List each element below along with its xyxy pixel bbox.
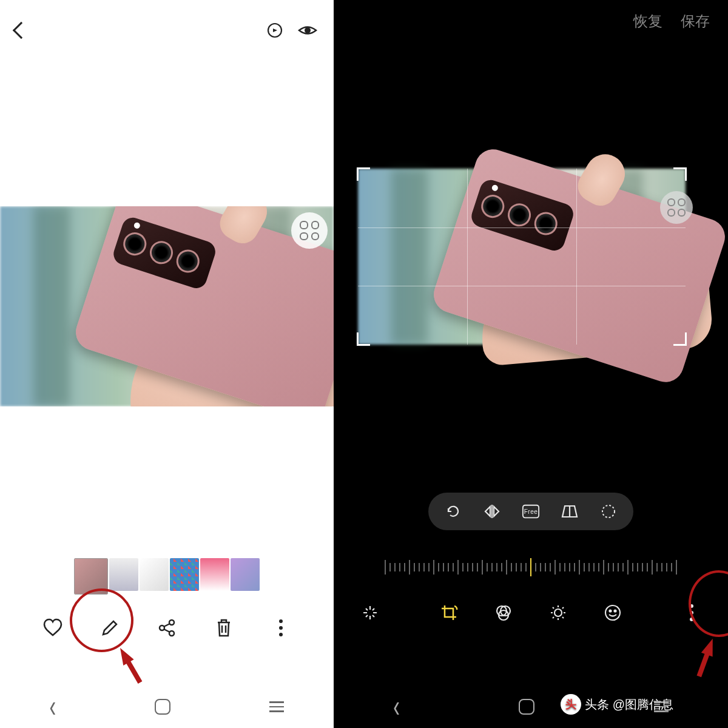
thumbnail-strip[interactable] bbox=[0, 558, 334, 595]
watermark-prefix: 头条 bbox=[585, 696, 609, 713]
nav-back-icon[interactable]: ‹ bbox=[50, 689, 56, 724]
thumbnail[interactable] bbox=[200, 558, 229, 591]
watermark-logo: 头 bbox=[561, 694, 581, 715]
eye-icon[interactable] bbox=[297, 19, 318, 41]
thumbnail[interactable] bbox=[140, 558, 169, 591]
svg-point-18 bbox=[615, 610, 616, 612]
photo-display[interactable] bbox=[0, 206, 334, 406]
thumbnail[interactable] bbox=[170, 558, 199, 591]
crop-grid-line bbox=[358, 286, 686, 286]
crop-handle[interactable] bbox=[357, 332, 370, 346]
nav-recent-icon[interactable] bbox=[269, 701, 284, 712]
nav-home-icon[interactable] bbox=[155, 699, 170, 715]
grid-apps-icon[interactable] bbox=[660, 191, 693, 224]
crop-handle[interactable] bbox=[673, 332, 687, 346]
gallery-action-bar bbox=[0, 601, 334, 655]
crop-grid-line bbox=[467, 169, 468, 345]
svg-point-5 bbox=[279, 619, 283, 623]
svg-point-11 bbox=[602, 505, 615, 517]
aspect-ratio-label: Free bbox=[524, 508, 538, 515]
watermark-handle: @图腾信息 bbox=[613, 696, 673, 713]
svg-point-20 bbox=[690, 611, 693, 615]
lasso-icon[interactable] bbox=[599, 502, 618, 521]
edit-button[interactable] bbox=[98, 616, 122, 640]
crop-frame[interactable] bbox=[358, 169, 686, 345]
restore-button[interactable]: 恢复 bbox=[633, 12, 662, 31]
perspective-icon[interactable] bbox=[561, 502, 579, 521]
editor-top-bar: 恢复 保存 bbox=[334, 0, 728, 42]
thumbnail[interactable] bbox=[231, 558, 260, 591]
annotation-arrow bbox=[701, 636, 718, 656]
smiley-icon[interactable] bbox=[601, 601, 625, 625]
gallery-top-bar bbox=[0, 0, 334, 61]
rotate-ccw-icon[interactable] bbox=[444, 502, 462, 521]
system-nav-bar: ‹ bbox=[0, 686, 334, 728]
crop-grid-line bbox=[358, 228, 686, 228]
crop-rotate-icon[interactable] bbox=[437, 601, 461, 625]
crop-handle[interactable] bbox=[357, 167, 370, 181]
flip-horizontal-icon[interactable] bbox=[483, 502, 501, 521]
more-button[interactable] bbox=[269, 616, 293, 640]
filters-icon[interactable] bbox=[491, 601, 516, 625]
back-button[interactable] bbox=[13, 22, 30, 39]
svg-point-7 bbox=[279, 633, 283, 636]
svg-point-15 bbox=[554, 609, 562, 616]
magic-wand-icon[interactable] bbox=[358, 601, 382, 625]
photo-editor-screen: 恢复 保存 bbox=[334, 0, 728, 728]
nav-home-icon[interactable] bbox=[519, 699, 534, 715]
aspect-ratio-button[interactable]: Free bbox=[522, 502, 540, 521]
svg-point-21 bbox=[690, 618, 693, 621]
save-button[interactable]: 保存 bbox=[681, 12, 710, 31]
watermark: 头 头条 @图腾信息 bbox=[561, 694, 673, 715]
editor-mode-bar bbox=[334, 592, 728, 634]
delete-button[interactable] bbox=[212, 616, 236, 640]
transform-toolbar: Free bbox=[428, 493, 633, 530]
nav-back-icon[interactable]: ‹ bbox=[393, 689, 400, 724]
svg-point-17 bbox=[610, 610, 612, 612]
crop-handle[interactable] bbox=[673, 167, 687, 181]
editor-more-button[interactable] bbox=[679, 601, 704, 625]
gallery-viewer-screen: ‹ bbox=[0, 0, 334, 728]
rotation-ruler[interactable] bbox=[352, 555, 710, 579]
brightness-icon[interactable] bbox=[546, 601, 570, 625]
bixby-vision-icon[interactable] bbox=[264, 19, 286, 41]
svg-point-19 bbox=[690, 604, 693, 608]
grid-apps-icon[interactable] bbox=[291, 212, 328, 249]
thumbnail[interactable] bbox=[74, 558, 108, 595]
svg-point-1 bbox=[305, 27, 311, 33]
thumbnail[interactable] bbox=[109, 558, 138, 591]
favorite-button[interactable] bbox=[41, 616, 65, 640]
svg-point-6 bbox=[279, 626, 283, 630]
crop-grid-line bbox=[576, 169, 577, 345]
svg-point-16 bbox=[605, 605, 620, 620]
share-button[interactable] bbox=[155, 616, 179, 640]
